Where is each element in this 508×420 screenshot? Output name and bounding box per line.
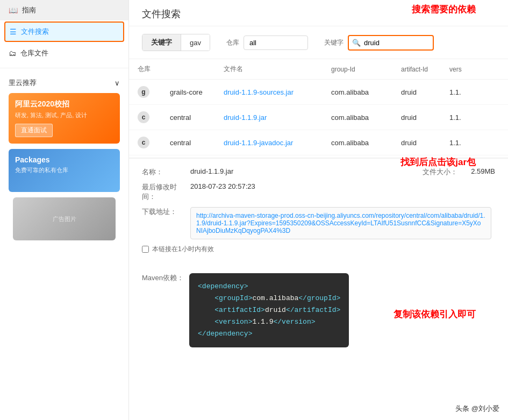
cell-repo-name: central bbox=[161, 130, 215, 155]
cell-group-id: com.alibaba bbox=[323, 130, 392, 155]
maven-code-block: <dependency> <groupId>com.alibaba</group… bbox=[189, 273, 349, 347]
keyword-field-label: 关键字 bbox=[324, 38, 344, 47]
recommend-section: 里云推荐 ∨ 阿里云2020校招 研发, 算法, 测试, 产品, 设计 直通面试… bbox=[0, 73, 128, 246]
search-icon: 🔍 bbox=[352, 39, 361, 47]
sidebar-item-warehouse[interactable]: 🗂 仓库文件 bbox=[0, 43, 128, 63]
cell-artifact-id: druid bbox=[392, 105, 441, 130]
banner2-title: Packages bbox=[15, 155, 113, 164]
cell-badge: c bbox=[129, 130, 161, 155]
col-artifact-id: artifact-Id bbox=[392, 59, 441, 80]
maven-section: Maven依赖： <dependency> <groupId>com.aliba… bbox=[129, 268, 508, 356]
cell-filename: druid-1.1.9-sources.jar bbox=[215, 80, 323, 105]
tab-group: 关键字 gav bbox=[142, 34, 210, 51]
book-icon: 📖 bbox=[9, 6, 18, 15]
size-value: 2.59MB bbox=[471, 167, 495, 175]
download-label: 下载地址： bbox=[142, 207, 190, 217]
main-content: 文件搜索 关键字 gav 仓库 关键字 🔍 仓库 文件名 group-Id bbox=[129, 0, 508, 420]
cell-repo-name: grails-core bbox=[161, 80, 215, 105]
file-link[interactable]: druid-1.1.9.jar bbox=[224, 113, 267, 122]
modified-label: 最后修改时间： bbox=[142, 182, 190, 202]
results-table: 仓库 文件名 group-Id artifact-Id vers g grail… bbox=[129, 59, 508, 155]
sidebar: 📖 指南 ☰ 文件搜索 🗂 仓库文件 里云推荐 ∨ 阿里云2020校招 研发, … bbox=[0, 0, 129, 420]
cell-version: 1.1. bbox=[441, 130, 508, 155]
detail-modified-row: 最后修改时间： 2018-07-23 20:57:23 bbox=[142, 182, 495, 202]
detail-section: 名称： druid-1.1.9.jar 文件大小： 2.59MB 最后修改时间：… bbox=[129, 158, 508, 268]
name-label: 名称： bbox=[142, 167, 190, 177]
recommend-header[interactable]: 里云推荐 ∨ bbox=[9, 78, 120, 88]
file-link[interactable]: druid-1.1.9-sources.jar bbox=[224, 88, 294, 96]
cell-badge: g bbox=[129, 80, 161, 105]
sidebar-ad-image: 广告图片 bbox=[13, 197, 116, 240]
page-title: 文件搜索 bbox=[129, 0, 508, 26]
cell-filename: druid-1.1.9.jar bbox=[215, 105, 323, 130]
keyword-field-group: 关键字 🔍 bbox=[324, 35, 434, 51]
col-group-id: group-Id bbox=[323, 59, 392, 80]
sidebar-divider bbox=[0, 68, 128, 68]
watermark: 头条 @刘小爱 bbox=[455, 404, 499, 414]
name-value: druid-1.1.9.jar bbox=[190, 167, 233, 175]
cell-artifact-id: druid bbox=[392, 130, 441, 155]
detail-download-row: 下载地址： http://archiva-maven-storage-prod.… bbox=[142, 207, 495, 239]
sidebar-guide-label: 指南 bbox=[22, 5, 36, 15]
cell-version: 1.1. bbox=[441, 80, 508, 105]
banner2-subtitle: 免费可靠的私有仓库 bbox=[15, 166, 113, 174]
sidebar-item-guide[interactable]: 📖 指南 bbox=[0, 0, 128, 20]
keyword-input-wrap: 🔍 bbox=[348, 35, 434, 51]
warehouse-input[interactable] bbox=[244, 35, 308, 50]
sidebar-file-search-label: 文件搜索 bbox=[21, 27, 49, 37]
recommend-label: 里云推荐 bbox=[9, 78, 37, 88]
cell-repo-name: central bbox=[161, 105, 215, 130]
col-filename: 文件名 bbox=[215, 59, 323, 80]
table-row: c central druid-1.1.9.jar com.alibaba dr… bbox=[129, 105, 508, 130]
checkbox-label: 本链接在1小时内有效 bbox=[152, 245, 214, 254]
banner1-button[interactable]: 直通面试 bbox=[15, 124, 53, 137]
banner1-subtitle: 研发, 算法, 测试, 产品, 设计 bbox=[15, 111, 113, 119]
col-warehouse-name bbox=[161, 59, 215, 80]
checkbox-row: 本链接在1小时内有效 bbox=[142, 245, 495, 254]
cell-filename: druid-1.1.9-javadoc.jar bbox=[215, 130, 323, 155]
search-area: 关键字 gav 仓库 关键字 🔍 bbox=[129, 26, 508, 59]
sidebar-item-file-search[interactable]: ☰ 文件搜索 bbox=[4, 22, 124, 42]
warehouse-field-label: 仓库 bbox=[226, 38, 239, 47]
banner-blue: Packages 免费可靠的私有仓库 bbox=[9, 149, 120, 192]
detail-name-row: 名称： druid-1.1.9.jar 文件大小： 2.59MB bbox=[142, 167, 495, 177]
download-url[interactable]: http://archiva-maven-storage-prod.oss-cn… bbox=[190, 207, 491, 239]
cell-version: 1.1. bbox=[441, 105, 508, 130]
size-label: 文件大小： bbox=[423, 167, 471, 177]
tab-gav[interactable]: gav bbox=[181, 34, 210, 51]
maven-label: Maven依赖： bbox=[142, 273, 184, 283]
table-row: c central druid-1.1.9-javadoc.jar com.al… bbox=[129, 130, 508, 155]
sidebar-warehouse-label: 仓库文件 bbox=[20, 48, 48, 58]
cell-group-id: com.alibaba bbox=[323, 105, 392, 130]
cell-group-id: com.alibaba bbox=[323, 80, 392, 105]
tab-keyword[interactable]: 关键字 bbox=[142, 34, 181, 51]
file-search-icon: ☰ bbox=[10, 27, 17, 36]
banner1-title: 阿里云2020校招 bbox=[15, 99, 113, 109]
warehouse-field-group: 仓库 bbox=[226, 35, 308, 50]
table-header-row: 仓库 文件名 group-Id artifact-Id vers bbox=[129, 59, 508, 80]
chevron-down-icon: ∨ bbox=[115, 79, 120, 87]
expire-checkbox[interactable] bbox=[142, 246, 149, 253]
col-warehouse: 仓库 bbox=[129, 59, 161, 80]
cell-artifact-id: druid bbox=[392, 80, 441, 105]
modified-value: 2018-07-23 20:57:23 bbox=[190, 182, 255, 190]
cell-badge: c bbox=[129, 105, 161, 130]
file-link[interactable]: druid-1.1.9-javadoc.jar bbox=[224, 139, 293, 147]
table-row: g grails-core druid-1.1.9-sources.jar co… bbox=[129, 80, 508, 105]
banner-orange: 阿里云2020校招 研发, 算法, 测试, 产品, 设计 直通面试 bbox=[9, 93, 120, 144]
col-version: vers bbox=[441, 59, 508, 80]
warehouse-icon: 🗂 bbox=[9, 49, 16, 58]
